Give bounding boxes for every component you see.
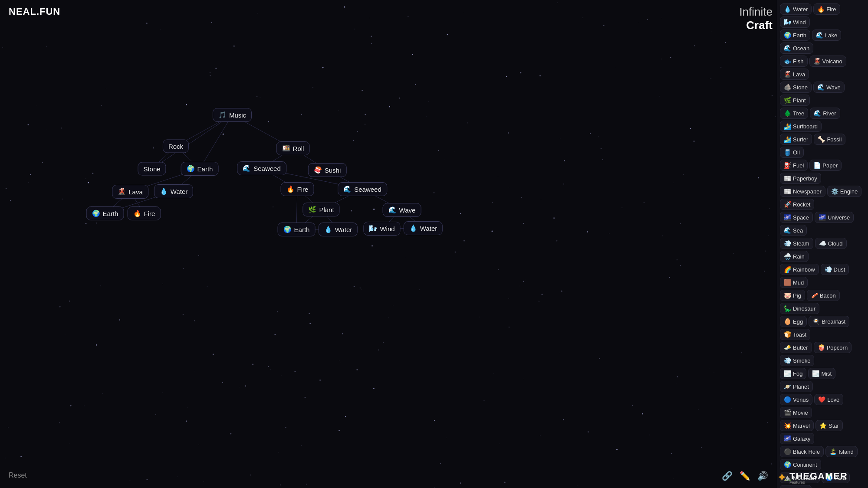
sidebar-element-star[interactable]: ⭐Star <box>815 420 843 431</box>
share-icon[interactable]: 🔗 <box>722 471 733 481</box>
sidebar-element-river[interactable]: 🌊River <box>810 108 840 119</box>
sidebar-element-breakfast[interactable]: 🍳Breakfast <box>809 316 849 327</box>
node-lava[interactable]: 🌋Lava <box>112 185 148 199</box>
node-earth3[interactable]: 🌍Earth <box>278 223 316 236</box>
sidebar-element-rain[interactable]: 🌧️Rain <box>780 251 809 262</box>
sidebar-element-stone[interactable]: 🪨Stone <box>780 82 812 93</box>
sidebar-element-ocean[interactable]: 🌊Ocean <box>780 43 813 54</box>
craft-canvas[interactable]: 🎵MusicRock🍱RollStone🌍Earth🌊Seaweed🍣Sushi… <box>0 0 777 488</box>
sidebar-element-fog[interactable]: 🌫️Fog <box>780 368 806 379</box>
sidebar-element-space[interactable]: 🌌Space <box>780 212 813 223</box>
sidebar-element-newspaper[interactable]: 📰Newspaper <box>780 186 825 197</box>
sidebar-element-fuel[interactable]: ⛽Fuel <box>780 160 808 171</box>
sound-icon[interactable]: 🔊 <box>757 471 768 481</box>
sidebar-element-sea[interactable]: 🌊Sea <box>780 225 807 236</box>
sidebar-element-fossil[interactable]: 🦴Fossil <box>814 134 845 145</box>
node-plant[interactable]: 🌿Plant <box>302 203 339 216</box>
reset-button[interactable]: Reset <box>9 472 27 479</box>
element-label: Water <box>793 6 808 13</box>
node-sushi[interactable]: 🍣Sushi <box>308 163 347 177</box>
sidebar-element-engine[interactable]: ⚙️Engine <box>827 186 861 197</box>
node-roll[interactable]: 🍱Roll <box>276 141 310 155</box>
sidebar-element-toast[interactable]: 🍞Toast <box>780 329 810 340</box>
sidebar-element-venus[interactable]: 🔵Venus <box>780 394 812 405</box>
node-wind[interactable]: 🌬️Wind <box>363 222 400 236</box>
node-stone[interactable]: Stone <box>138 162 166 176</box>
element-icon: 🌿 <box>784 97 791 104</box>
node-seaweed2[interactable]: 🌊Seaweed <box>338 182 387 196</box>
node-earth1[interactable]: 🌍Earth <box>181 162 219 176</box>
sidebar-element-island[interactable]: 🏝️Island <box>825 446 858 457</box>
element-icon: 💨 <box>784 357 791 364</box>
sidebar-element-rainbow[interactable]: 🌈Rainbow <box>780 264 819 275</box>
sidebar-element-black-hole[interactable]: ⚫Black Hole <box>780 446 824 457</box>
node-rock[interactable]: Rock <box>163 140 189 153</box>
node-icon: 🌬️ <box>369 225 377 233</box>
node-fire2[interactable]: 🔥Fire <box>128 206 161 220</box>
element-label: Breakfast <box>822 318 845 325</box>
node-icon: 💧 <box>160 187 168 195</box>
sidebar-element-tree[interactable]: 🌲Tree <box>780 108 808 119</box>
thegamer-name: THEGAMER <box>789 471 848 481</box>
element-icon: 🌊 <box>784 227 791 234</box>
sidebar-element-dinosaur[interactable]: 🦕Dinosaur <box>780 303 819 314</box>
sidebar-element-wave[interactable]: 🌊Wave <box>813 82 845 93</box>
sidebar-element-rocket[interactable]: 🚀Rocket <box>780 199 814 210</box>
elements-sidebar[interactable]: 💧Water🔥Fire🌬️Wind🌍Earth🌊Lake🌊Ocean🐟Fish🌋… <box>777 0 868 488</box>
sidebar-element-china[interactable]: 🇨🇳China <box>780 485 812 488</box>
element-label: Space <box>793 214 809 221</box>
node-water3[interactable]: 💧Water <box>404 221 443 235</box>
sidebar-element-dust[interactable]: 💨Dust <box>821 264 849 275</box>
sidebar-element-volcano[interactable]: 🌋Volcano <box>809 56 846 67</box>
node-wave[interactable]: 🌊Wave <box>383 203 421 217</box>
node-music[interactable]: 🎵Music <box>213 108 252 122</box>
sidebar-element-popcorn[interactable]: 🍿Popcorn <box>814 342 852 353</box>
element-icon: 🪐 <box>784 383 791 390</box>
sidebar-element-oil[interactable]: 🛢️Oil <box>780 147 804 158</box>
sidebar-element-love[interactable]: ❤️Love <box>814 394 843 405</box>
sidebar-element-egg[interactable]: 🥚Egg <box>780 316 807 327</box>
node-water1[interactable]: 💧Water <box>154 184 193 198</box>
element-icon: 🍞 <box>784 331 791 338</box>
sidebar-element-marvel[interactable]: 💥Marvel <box>780 420 814 431</box>
connection-lines <box>0 0 777 488</box>
sidebar-element-paperboy[interactable]: 📰Paperboy <box>780 173 821 184</box>
element-label: Smoke <box>793 357 810 364</box>
sidebar-element-lava[interactable]: 🌋Lava <box>780 69 809 80</box>
element-label: Dinosaur <box>793 305 815 312</box>
sidebar-element-mist[interactable]: 🌫️Mist <box>808 368 835 379</box>
edit-icon[interactable]: ✏️ <box>740 471 750 481</box>
node-label: Music <box>229 111 246 119</box>
element-icon: 🌈 <box>784 266 791 273</box>
sidebar-element-pig[interactable]: 🐷Pig <box>780 290 805 301</box>
node-fire1[interactable]: 🔥Fire <box>281 182 314 196</box>
node-water2[interactable]: 💧Water <box>319 223 358 236</box>
sidebar-element-planet[interactable]: 🪐Planet <box>780 381 813 392</box>
node-seaweed1[interactable]: 🌊Seaweed <box>237 161 286 175</box>
sidebar-element-surfboard[interactable]: 🏄Surfboard <box>780 121 822 132</box>
sidebar-element-cloud[interactable]: ☁️Cloud <box>815 238 847 249</box>
sidebar-element-bacon[interactable]: 🥓Bacon <box>807 290 840 301</box>
sidebar-element-galaxy[interactable]: 🌌Galaxy <box>780 433 814 444</box>
sidebar-element-movie[interactable]: 🎬Movie <box>780 407 812 418</box>
sidebar-element-surfer[interactable]: 🏄Surfer <box>780 134 812 145</box>
sidebar-element-smoke[interactable]: 💨Smoke <box>780 355 814 366</box>
sidebar-element-water[interactable]: 💧Water <box>780 3 812 15</box>
node-label: Earth <box>197 165 213 173</box>
node-earth2[interactable]: 🌍Earth <box>86 206 124 220</box>
sidebar-element-mud[interactable]: 🟫Mud <box>780 277 808 288</box>
sidebar-element-fire[interactable]: 🔥Fire <box>813 3 840 15</box>
node-icon: 💧 <box>324 226 332 233</box>
sidebar-element-wind[interactable]: 🌬️Wind <box>780 16 810 28</box>
sidebar-element-butter[interactable]: 🧈Butter <box>780 342 812 353</box>
element-icon: 🛢️ <box>784 149 791 156</box>
sidebar-element-fish[interactable]: 🐟Fish <box>780 56 808 67</box>
sidebar-element-continent[interactable]: 🌍Continent <box>780 459 821 470</box>
sidebar-element-plant[interactable]: 🌿Plant <box>780 95 810 106</box>
sidebar-element-steam[interactable]: 💨Steam <box>780 238 813 249</box>
sidebar-element-universe[interactable]: 🌌Universe <box>815 212 854 223</box>
sidebar-element-lake[interactable]: 🌊Lake <box>812 29 841 41</box>
sidebar-element-paper[interactable]: 📄Paper <box>809 160 842 171</box>
element-label: Mist <box>821 370 832 377</box>
sidebar-element-earth[interactable]: 🌍Earth <box>780 29 810 41</box>
